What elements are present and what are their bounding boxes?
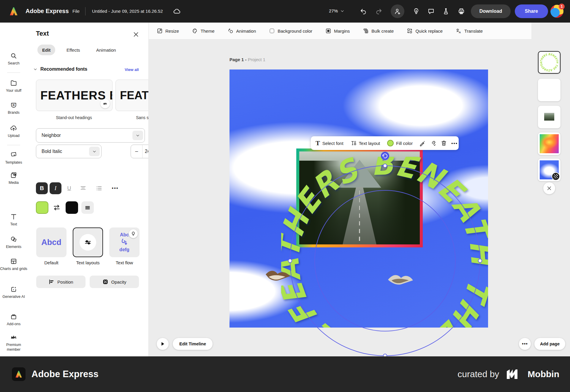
panel-title: Text [36,30,49,37]
avatar[interactable]: 1 [550,5,563,18]
list-button[interactable] [93,182,105,194]
tab-edit[interactable]: Edit [37,45,55,55]
more-formatting-button[interactable]: ••• [109,182,121,194]
font-card-caption: Stand-out headings [36,115,112,120]
stroke-style-button[interactable] [81,201,94,214]
design-page[interactable]: FEATHERS BENEATH THE AZURE [229,69,488,328]
tab-effects[interactable]: Effects [62,45,85,55]
opacity-button[interactable]: Opacity [90,276,139,288]
sidebar-item-templates[interactable]: Templates [0,151,27,165]
link-button[interactable] [430,140,436,146]
style-card-text-flow[interactable]: Abc defg [109,227,140,257]
quick-replace-button[interactable]: Quick replace [407,28,443,34]
underline-button[interactable]: U [63,182,75,194]
print-icon[interactable] [455,5,467,17]
project-name: Project 1 [248,57,265,62]
document-title[interactable]: Untitled - June 09, 2025 at 16.26.52 [92,9,163,14]
background-color-button[interactable]: Background color [269,28,312,34]
text-icon [10,213,17,220]
edit-timeline-button[interactable]: Edit Timeline [173,338,213,350]
page-thumbnail-4[interactable] [538,132,560,155]
sidebar-item-text[interactable]: Text [0,213,27,227]
footer: Adobe Express curated by Mobbin [0,356,570,392]
page-thumbnail-2[interactable] [538,79,560,101]
circular-text-element[interactable]: FEATHERS BENEATH THE AZURE [281,157,488,328]
recommended-fonts-header[interactable]: Recommended fonts [33,67,87,72]
sidebar-item-your-stuff[interactable]: Your stuff [0,80,27,93]
font-card-sans[interactable]: FEATHERS [115,80,149,111]
text-color-swatch[interactable] [36,201,48,214]
fill-color-button[interactable]: Fill color [387,140,413,146]
undo-button[interactable] [357,5,369,17]
margins-icon [325,28,331,34]
style-card-text-layouts[interactable] [73,227,103,257]
font-family-select[interactable]: Neighbor [36,128,145,143]
style-card-label: Text layouts [70,260,106,265]
bulk-create-button[interactable]: Bulk create [363,28,394,34]
share-button[interactable]: Share [515,4,548,18]
sidebar-item-premium[interactable]: Premium member [0,334,27,352]
theme-palette-icon [192,28,198,34]
decrease-font-size-button[interactable]: − [131,145,142,158]
sidebar-item-brands[interactable]: B Brands [0,102,27,115]
generative-ai-icon [10,286,17,293]
zoom-control[interactable]: 27% [329,8,344,13]
font-card-stand-out[interactable]: FEATHERS BENEATH [36,80,113,111]
view-all-link[interactable]: View all [125,67,139,72]
font-size-stepper: − 248 + [131,145,149,158]
font-T-icon: T [316,139,320,147]
sidebar-item-search[interactable]: Search [0,52,27,66]
video-mini-preview [544,113,554,121]
chevron-down-icon [132,131,143,140]
tab-animation[interactable]: Animation [91,45,121,55]
beta-labs-flask-icon[interactable] [440,5,452,17]
sidebar-item-elements[interactable]: Elements [0,236,27,249]
style-wand-button[interactable] [419,140,426,146]
sidebar-item-media[interactable]: Media [0,172,27,185]
download-button[interactable]: Download [471,4,511,18]
suggestions-lightbulb-icon[interactable] [410,5,422,17]
position-button[interactable]: Position [36,276,86,288]
translate-button[interactable]: A Translate [456,28,483,34]
align-center-button[interactable] [77,182,89,194]
resize-button[interactable]: Resize [157,28,179,34]
animation-button[interactable]: Animation [228,28,256,34]
margins-button[interactable]: Margins [325,28,350,34]
cloud-sync-icon[interactable] [173,8,181,15]
page-thumbnail-5[interactable] [538,159,560,181]
sidebar-item-charts-and-grids[interactable]: Charts and grids [0,258,27,271]
chevron-down-icon [33,67,37,71]
swap-colors-icon[interactable] [53,204,61,211]
flow-arrow-icon [121,238,128,247]
panel-close-button[interactable] [132,30,140,39]
sidebar-item-upload[interactable]: Upload [0,125,27,138]
font-size-value[interactable]: 248 [142,145,149,158]
left-rail: Search Your stuff B Brands Upload Templa… [0,23,28,356]
style-card-default[interactable]: Abcd [36,227,66,257]
text-layout-button[interactable]: Text layout [351,140,380,146]
premium-crown-badge [100,99,110,108]
redo-button[interactable] [373,5,385,17]
select-font-button[interactable]: T Select font [316,139,343,147]
secondary-color-swatch[interactable] [66,201,78,214]
add-page-button[interactable]: Add page [534,338,565,350]
file-menu[interactable]: File [72,9,80,14]
invite-collaborators-button[interactable] [391,4,404,18]
more-options-button[interactable]: ••• [451,141,458,146]
page-more-options-button[interactable]: ••• [519,338,531,350]
font-style-select[interactable]: Bold Italic [36,145,102,158]
close-pages-panel-button[interactable] [543,182,555,194]
comments-icon[interactable] [425,5,437,17]
sidebar-item-add-ons[interactable]: Add-ons [0,313,27,327]
page-thumbnail-3[interactable] [538,106,560,128]
adobe-express-logo-icon[interactable] [8,6,19,17]
italic-button[interactable]: I [50,182,61,194]
page-thumbnail-1[interactable]: FEATHERS BENEATH THE AZURE [538,51,560,74]
sidebar-item-generative-ai[interactable]: Generative AI [0,286,27,299]
bird-icon [386,271,415,289]
bold-button[interactable]: B [36,182,48,194]
bird-icon [265,268,291,284]
play-button[interactable] [157,338,169,350]
delete-button[interactable] [441,140,447,146]
theme-button[interactable]: Theme [192,28,215,34]
